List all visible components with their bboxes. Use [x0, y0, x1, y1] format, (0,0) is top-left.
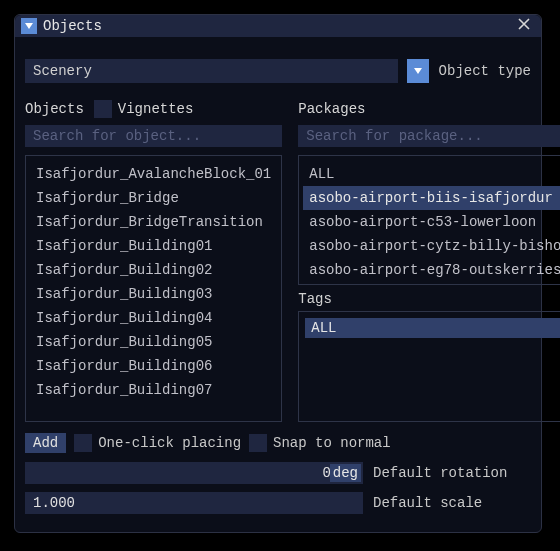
object-type-row: Scenery Object type — [25, 59, 531, 83]
main-split: Objects Vignettes Isafjordur_AvalancheBl… — [25, 99, 531, 422]
objects-header: Objects Vignettes — [25, 99, 282, 119]
window-body: Scenery Object type Objects Vignettes Is… — [15, 37, 541, 532]
add-button[interactable]: Add — [25, 433, 66, 453]
objects-heading: Objects — [25, 101, 84, 117]
objects-listbox[interactable]: Isafjordur_AvalancheBlock_01Isafjordur_B… — [25, 155, 282, 422]
one-click-checkbox-group: One-click placing — [74, 434, 241, 452]
list-item[interactable]: asobo-airport-biis-isafjordur — [303, 186, 560, 210]
close-button[interactable] — [513, 15, 535, 37]
snap-label: Snap to normal — [273, 435, 391, 451]
list-item[interactable]: asobo-airport-c53-lowerloon — [303, 210, 560, 234]
default-scale-label: Default scale — [373, 495, 482, 511]
titlebar: Objects — [15, 15, 541, 37]
list-item[interactable]: asobo-airport-cytz-billy-bishop — [303, 234, 560, 258]
snap-checkbox[interactable] — [249, 434, 267, 452]
object-type-label: Object type — [439, 63, 531, 79]
vignettes-checkbox[interactable] — [94, 100, 112, 118]
list-item[interactable]: Isafjordur_Building04 — [30, 306, 277, 330]
list-item[interactable]: asobo-airport-eidl-donegal — [303, 282, 560, 285]
packages-search-input[interactable] — [298, 125, 560, 147]
list-item[interactable]: Isafjordur_Bridge — [30, 186, 277, 210]
packages-listbox[interactable]: ALLasobo-airport-biis-isafjordurasobo-ai… — [298, 155, 560, 285]
list-item[interactable]: Isafjordur_Building05 — [30, 330, 277, 354]
default-scale-value: 1.000 — [25, 495, 75, 511]
one-click-label: One-click placing — [98, 435, 241, 451]
default-scale-input[interactable]: 1.000 — [25, 492, 363, 514]
list-item[interactable]: Isafjordur_Building01 — [30, 234, 277, 258]
vignettes-label: Vignettes — [118, 101, 194, 117]
list-item[interactable]: Isafjordur_BridgeTransition — [30, 210, 277, 234]
tags-area: Tags ALL — [298, 289, 560, 422]
tag-item[interactable]: ALL — [305, 318, 560, 338]
one-click-checkbox[interactable] — [74, 434, 92, 452]
default-rotation-row: 0 deg Default rotation — [25, 462, 531, 484]
list-item[interactable]: Isafjordur_AvalancheBlock_01 — [30, 162, 277, 186]
objects-search-input[interactable] — [25, 125, 282, 147]
collapse-icon[interactable] — [21, 18, 37, 34]
packages-heading: Packages — [298, 101, 365, 117]
object-type-dropdown[interactable]: Scenery — [25, 59, 398, 83]
footer: Add One-click placing Snap to normal 0 d… — [25, 432, 531, 522]
objects-column: Objects Vignettes Isafjordur_AvalancheBl… — [25, 99, 282, 422]
list-item[interactable]: ALL — [303, 162, 560, 186]
packages-header: Packages — [298, 99, 560, 119]
list-item[interactable]: asobo-airport-eg78-outskerries — [303, 258, 560, 282]
default-rotation-input[interactable]: 0 deg — [25, 462, 363, 484]
footer-controls-row: Add One-click placing Snap to normal — [25, 432, 531, 454]
list-item[interactable]: Isafjordur_Building03 — [30, 282, 277, 306]
list-item[interactable]: Isafjordur_Building02 — [30, 258, 277, 282]
tags-listbox[interactable]: ALL — [298, 311, 560, 422]
list-item[interactable]: Isafjordur_Building06 — [30, 354, 277, 378]
object-type-dropdown-arrow[interactable] — [407, 59, 429, 83]
default-scale-row: 1.000 Default scale — [25, 492, 531, 514]
list-item[interactable]: Isafjordur_Building07 — [30, 378, 277, 402]
object-type-selected: Scenery — [33, 63, 92, 79]
snap-checkbox-group: Snap to normal — [249, 434, 391, 452]
objects-window: Objects Scenery Object type Objects Vign… — [14, 14, 542, 533]
tags-heading: Tags — [298, 291, 560, 307]
default-rotation-unit: deg — [330, 464, 361, 482]
default-rotation-label: Default rotation — [373, 465, 507, 481]
window-title: Objects — [43, 18, 513, 34]
packages-column: Packages ALLasobo-airport-biis-isafjordu… — [298, 99, 560, 422]
